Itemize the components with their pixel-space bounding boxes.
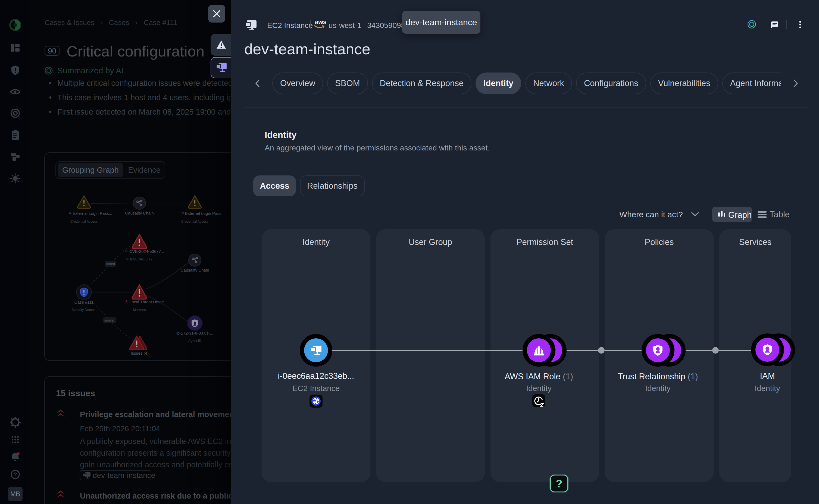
- svg-text:i-0eec6aa12c33eb...: i-0eec6aa12c33eb...: [278, 371, 354, 381]
- svg-text:Malware: Malware: [133, 308, 146, 312]
- svg-text:AWS IAM Role (1): AWS IAM Role (1): [505, 372, 573, 381]
- svg-text:Identity: Identity: [526, 384, 552, 393]
- svg-text:Credential Access: Credential Access: [70, 220, 98, 223]
- svg-text:Causality Chain: Causality Chain: [180, 268, 209, 272]
- svg-text:Trust Relationship (1): Trust Relationship (1): [618, 372, 698, 381]
- svg-text:Identity: Identity: [645, 384, 671, 393]
- svg-text:External Login Pass...: External Login Pass...: [185, 211, 225, 216]
- svg-text:similar: similar: [104, 318, 115, 322]
- svg-text:EC2 Instance: EC2 Instance: [292, 384, 340, 393]
- svg-text:ip-172-31-8-83.us-...: ip-172-31-8-83.us-...: [176, 331, 213, 335]
- svg-text:Local Threat Detec...: Local Threat Detec...: [129, 300, 167, 304]
- svg-text:Issues (4): Issues (4): [131, 351, 149, 355]
- svg-text:CVE-2024-53677 ...: CVE-2024-53677 ...: [129, 249, 165, 254]
- svg-text:VULNERABILITY: VULNERABILITY: [126, 257, 153, 261]
- svg-text:MB: MB: [10, 490, 20, 497]
- svg-text:IAM: IAM: [760, 371, 775, 381]
- svg-text:Credential Access: Credential Access: [181, 220, 208, 223]
- svg-text:Identity: Identity: [755, 384, 780, 393]
- svg-text:Case #111: Case #111: [74, 300, 93, 304]
- svg-text:Causality Chain: Causality Chain: [125, 211, 153, 215]
- svg-text:Agent ID: Agent ID: [188, 339, 202, 343]
- svg-text:Security Domain: Security Domain: [71, 308, 96, 312]
- svg-text:linked: linked: [105, 262, 115, 266]
- svg-text:?: ?: [14, 471, 17, 477]
- svg-text:External Login Pass...: External Login Pass...: [73, 211, 112, 216]
